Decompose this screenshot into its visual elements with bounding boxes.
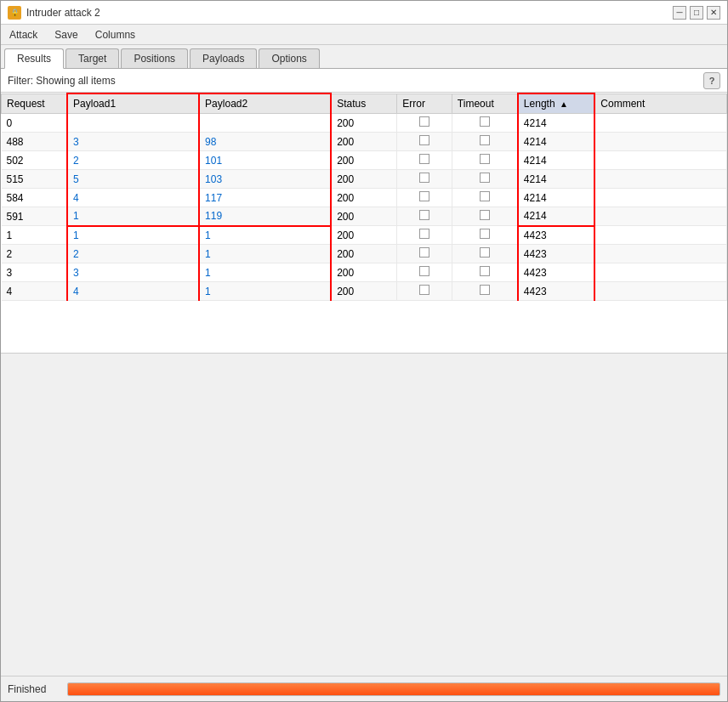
table-row[interactable]: 58441172004214 xyxy=(2,189,727,207)
table-cell xyxy=(594,282,726,301)
table-row[interactable]: 51551032004214 xyxy=(2,170,727,189)
checkbox[interactable] xyxy=(480,135,490,145)
table-cell[interactable] xyxy=(452,245,518,263)
table-cell[interactable] xyxy=(452,207,518,226)
tab-positions[interactable]: Positions xyxy=(121,48,188,68)
table-scroll[interactable]: Request Payload1 Payload2 Status Error T… xyxy=(1,93,727,353)
table-cell xyxy=(594,226,726,245)
minimize-button[interactable]: ─ xyxy=(673,6,686,20)
checkbox[interactable] xyxy=(419,285,429,295)
tab-options[interactable]: Options xyxy=(259,48,319,68)
help-button[interactable]: ? xyxy=(703,72,720,89)
table-cell[interactable] xyxy=(452,170,518,189)
checkbox[interactable] xyxy=(419,154,429,164)
checkbox[interactable] xyxy=(419,116,429,127)
table-cell: 4423 xyxy=(518,263,594,282)
table-cell[interactable] xyxy=(397,263,452,282)
progress-bar-fill xyxy=(68,683,719,695)
table-cell[interactable] xyxy=(397,170,452,189)
table-cell: 4214 xyxy=(518,133,594,151)
table-cell[interactable] xyxy=(397,189,452,207)
table-cell[interactable] xyxy=(397,226,452,245)
table-cell[interactable] xyxy=(397,133,452,151)
checkbox[interactable] xyxy=(480,173,490,183)
table-cell[interactable] xyxy=(397,207,452,226)
table-cell: 98 xyxy=(199,133,331,151)
checkbox[interactable] xyxy=(480,229,490,239)
table-cell[interactable] xyxy=(452,189,518,207)
checkbox[interactable] xyxy=(480,210,490,220)
title-controls: ─ □ ✕ xyxy=(673,6,720,20)
table-cell xyxy=(67,114,199,133)
checkbox[interactable] xyxy=(419,135,429,145)
table-row[interactable]: 2212004423 xyxy=(2,245,727,263)
checkbox[interactable] xyxy=(480,154,490,164)
checkbox[interactable] xyxy=(419,266,429,276)
table-cell xyxy=(594,170,726,189)
filter-bar: Filter: Showing all items ? xyxy=(1,69,727,93)
status-bar: Finished xyxy=(1,676,727,701)
table-cell[interactable] xyxy=(397,114,452,133)
table-cell: 103 xyxy=(199,170,331,189)
th-length[interactable]: Length ▲ xyxy=(518,93,594,114)
menu-columns[interactable]: Columns xyxy=(90,27,140,42)
table-cell xyxy=(594,189,726,207)
table-cell: 488 xyxy=(2,133,68,151)
th-payload2[interactable]: Payload2 xyxy=(199,93,331,114)
th-request[interactable]: Request xyxy=(2,93,68,114)
checkbox[interactable] xyxy=(480,247,490,258)
th-timeout[interactable]: Timeout xyxy=(452,93,518,114)
table-cell[interactable] xyxy=(452,226,518,245)
maximize-button[interactable]: □ xyxy=(690,6,703,20)
menu-attack[interactable]: Attack xyxy=(4,27,43,42)
table-cell xyxy=(594,263,726,282)
checkbox[interactable] xyxy=(419,173,429,183)
table-container: Request Payload1 Payload2 Status Error T… xyxy=(1,93,727,353)
table-cell[interactable] xyxy=(397,245,452,263)
table-cell: 101 xyxy=(199,151,331,170)
checkbox[interactable] xyxy=(480,191,490,201)
checkbox[interactable] xyxy=(419,229,429,239)
table-cell[interactable] xyxy=(452,263,518,282)
th-error[interactable]: Error xyxy=(397,93,452,114)
table-row[interactable]: 50221012004214 xyxy=(2,151,727,170)
table-row[interactable]: 4883982004214 xyxy=(2,133,727,151)
th-status[interactable]: Status xyxy=(331,93,397,114)
table-cell xyxy=(594,151,726,170)
table-cell: 200 xyxy=(331,207,397,226)
table-row[interactable]: 1112004423 xyxy=(2,226,727,245)
table-cell: 4 xyxy=(2,282,68,301)
checkbox[interactable] xyxy=(480,285,490,295)
tab-payloads[interactable]: Payloads xyxy=(190,48,257,68)
sort-indicator: ▲ xyxy=(560,99,568,109)
table-cell[interactable] xyxy=(397,282,452,301)
table-row[interactable]: 02004214 xyxy=(2,114,727,133)
table-cell[interactable] xyxy=(452,133,518,151)
checkbox[interactable] xyxy=(419,191,429,201)
table-cell: 4423 xyxy=(518,245,594,263)
table-row[interactable]: 59111192004214 xyxy=(2,207,727,226)
checkbox[interactable] xyxy=(480,266,490,276)
menu-bar: Attack Save Columns xyxy=(1,25,727,45)
table-cell[interactable] xyxy=(452,114,518,133)
checkbox[interactable] xyxy=(480,116,490,127)
table-cell: 200 xyxy=(331,133,397,151)
th-comment[interactable]: Comment xyxy=(594,93,726,114)
tab-results[interactable]: Results xyxy=(4,48,64,69)
tab-target[interactable]: Target xyxy=(65,48,119,68)
table-cell: 1 xyxy=(67,226,199,245)
th-payload1[interactable]: Payload1 xyxy=(67,93,199,114)
checkbox[interactable] xyxy=(419,247,429,258)
table-cell[interactable] xyxy=(452,282,518,301)
menu-save[interactable]: Save xyxy=(49,27,82,42)
table-cell[interactable] xyxy=(452,151,518,170)
table-row[interactable]: 4412004423 xyxy=(2,282,727,301)
table-cell: 200 xyxy=(331,170,397,189)
table-cell: 1 xyxy=(67,207,199,226)
table-cell: 200 xyxy=(331,151,397,170)
table-cell[interactable] xyxy=(397,151,452,170)
table-row[interactable]: 3312004423 xyxy=(2,263,727,282)
close-button[interactable]: ✕ xyxy=(707,6,720,20)
checkbox[interactable] xyxy=(419,210,429,220)
table-cell xyxy=(199,114,331,133)
